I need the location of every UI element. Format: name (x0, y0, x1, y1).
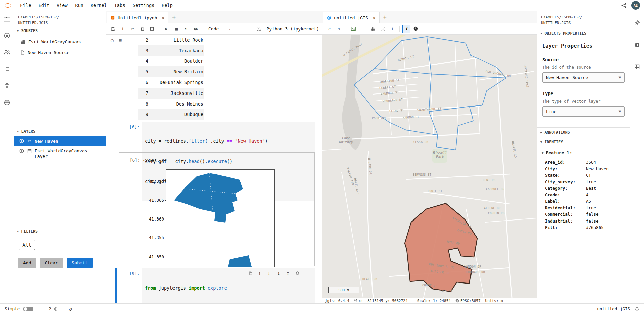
share-icon[interactable] (621, 3, 627, 8)
stop-icon[interactable]: ■ (172, 24, 181, 33)
cell-toolbar: ↑ ↓ ↥ ↧ (247, 270, 301, 276)
simple-mode-toggle[interactable] (23, 307, 33, 311)
add-layer-icon[interactable]: + (388, 24, 397, 33)
tab-gis[interactable]: untitled.jGIS ✕ (323, 12, 380, 23)
menu-item[interactable]: Help (158, 3, 177, 8)
kernel-name[interactable]: Python 3 (ipykernel) (266, 26, 319, 32)
raster-source-icon (21, 40, 25, 44)
temporal-controller-icon[interactable] (411, 24, 420, 33)
feature-field-row: City: New Haven (545, 166, 625, 172)
file-browser-icon[interactable] (4, 16, 10, 22)
paste-icon[interactable] (148, 24, 156, 33)
notebook-content[interactable]: ○ ≡ 2 Little Rock 3 Texarkana 4 (106, 35, 322, 303)
eye-icon[interactable] (19, 149, 24, 153)
debugger-bug-icon[interactable] (255, 24, 263, 33)
basemap-icon[interactable] (359, 24, 367, 33)
menu-item[interactable]: File (16, 3, 35, 8)
menu-item[interactable]: Kernel (87, 3, 111, 8)
new-tab-button[interactable]: + (168, 11, 179, 23)
move-cell-down-icon[interactable]: ↓ (266, 270, 273, 276)
delete-cell-icon[interactable] (294, 270, 301, 276)
insert-cell-icon[interactable]: + (118, 24, 127, 33)
layers-section-header[interactable]: ▼ LAYERS (14, 129, 106, 134)
property-inspector-icon[interactable] (634, 20, 640, 26)
filters-section-header[interactable]: ▼ FILTERS (14, 229, 106, 234)
clear-button[interactable]: Clear (40, 258, 63, 268)
kernel-sessions-indicator[interactable]: 2 (49, 306, 58, 311)
table-row: 2 Little Rock (138, 35, 204, 45)
new-tab-button[interactable]: + (380, 11, 390, 23)
menu-item[interactable]: Edit (35, 3, 53, 8)
layer-item-new-haven[interactable]: New Haven (14, 136, 106, 146)
extensions-icon[interactable] (4, 82, 10, 89)
close-icon[interactable]: ✕ (162, 15, 164, 20)
cell-output-area[interactable]: [6]: <Axes: > 41.370 41.365 41.360 41.35… (119, 152, 315, 266)
redo-icon[interactable]: ↷ (335, 24, 343, 33)
source-item-esri[interactable]: Esri.WorldGrayCanvas (14, 37, 106, 47)
layer-item-esri[interactable]: Esri.WorldGrayCanvasLayer (14, 148, 106, 160)
projection-code[interactable]: EPSG:3857 (460, 299, 481, 303)
close-icon[interactable]: ✕ (373, 15, 376, 20)
feature-title[interactable]: ▼ Feature 1: (542, 150, 625, 155)
chevron-down-icon: ▼ (17, 230, 19, 233)
insert-cell-below-icon[interactable]: ↧ (285, 270, 291, 276)
objects-properties-header[interactable]: ▼ OBJECTS PROPERTIES (537, 28, 630, 38)
add-button[interactable]: Add (18, 258, 36, 268)
gis-panel-icon[interactable] (4, 99, 10, 106)
run-icon[interactable]: ▶ (162, 24, 171, 33)
debugger-icon[interactable] (634, 42, 640, 48)
chevron-down-icon: ▼ (540, 140, 542, 144)
properties-right-panel: EXAMPLES/ESPM-157/ UNTITLED.JGIS ▼ OBJEC… (537, 11, 630, 303)
widgets-icon[interactable] (634, 64, 640, 70)
save-icon[interactable] (109, 24, 117, 33)
menu-item[interactable]: Tabs (111, 3, 129, 8)
cell-type-select[interactable]: Code ⌄ (206, 26, 233, 32)
filter-chip-all[interactable]: All (19, 240, 35, 250)
move-cell-up-icon[interactable]: ↑ (256, 270, 263, 276)
source-item-new-haven[interactable]: New Haven Source (14, 47, 106, 57)
insert-cell-above-icon[interactable]: ↥ (275, 270, 282, 276)
restart-run-all-icon[interactable]: ▶▶ (191, 24, 200, 33)
tab-notebook[interactable]: Untitled1.ipynb ✕ (107, 12, 168, 23)
running-kernels-icon[interactable] (4, 32, 10, 39)
feature-field-row: Industrial: false (545, 218, 625, 225)
restart-kernel-icon[interactable]: ↻ (182, 24, 190, 33)
table-of-contents-icon[interactable] (4, 66, 10, 72)
undo-icon[interactable]: ↶ (325, 24, 334, 33)
feature-field-row: City_survey: true (545, 179, 625, 185)
extent-icon[interactable] (378, 24, 387, 33)
map-canvas[interactable]: W CROSS PKWYNORRIS STOLD ORCHARD RDHARTF… (322, 35, 537, 298)
cursor-coordinates: x: -8115145 y: 5062724 (359, 299, 408, 303)
raster-layer-icon (27, 149, 32, 153)
table-row: 4 Boulder (138, 56, 204, 67)
menu-item[interactable]: Settings (129, 3, 158, 8)
type-select[interactable]: Line ▼ (542, 106, 625, 117)
duplicate-cell-icon[interactable] (247, 270, 254, 276)
projection-globe-icon (455, 299, 459, 303)
export-image-icon[interactable] (349, 24, 358, 33)
chevron-down-icon: ▼ (542, 151, 543, 155)
feature-field-row: Residential: true (545, 205, 625, 211)
submit-button[interactable]: Submit (67, 258, 93, 268)
source-select[interactable]: New Haven Source ▼ (542, 72, 625, 83)
menubar: FileEditViewRunKernelTabsSettingsHelp AE (0, 0, 644, 11)
gis-toolbar: ↶ ↷ + i (322, 23, 537, 35)
history-icon[interactable]: ↺ (69, 306, 72, 312)
notification-bell-icon[interactable] (635, 307, 639, 311)
grid-icon[interactable] (368, 24, 377, 33)
menu-item[interactable]: Run (71, 3, 87, 8)
user-avatar[interactable]: AE (631, 1, 640, 10)
notebook-panel: Untitled1.ipynb ✕ + + ✂ ▶ ■ ↻ ▶▶ Code ⌄ … (106, 11, 322, 303)
sources-section-header[interactable]: ▼ SOURCES (14, 28, 106, 33)
menu-item[interactable]: View (53, 3, 71, 8)
chevron-down-icon: ▼ (618, 75, 621, 80)
identify-header[interactable]: ▼ IDENTIFY (537, 137, 630, 147)
cut-icon[interactable]: ✂ (128, 24, 137, 33)
annotations-header[interactable]: ▶ ANNOTATIONS (537, 127, 630, 137)
eye-icon[interactable] (19, 139, 24, 143)
axes-repr-text: <Axes: > (143, 158, 165, 163)
collaboration-icon[interactable] (4, 49, 10, 56)
identify-tool-button[interactable]: i (402, 25, 410, 33)
chevron-down-icon: ▼ (540, 32, 542, 35)
copy-icon[interactable] (138, 24, 147, 33)
